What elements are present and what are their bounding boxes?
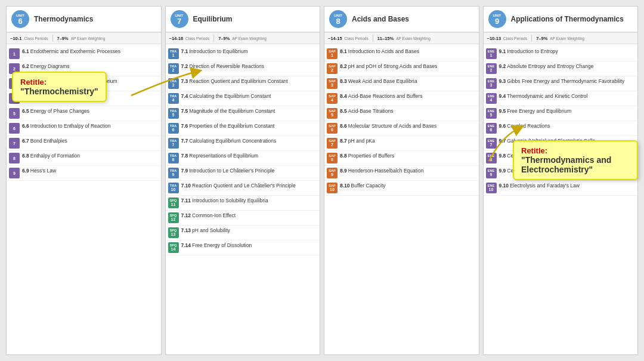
table-row[interactable]: TRA57.5Magnitude of the Equilibrium Cons… bbox=[166, 106, 320, 121]
badge-num: 9 bbox=[490, 172, 493, 177]
table-row[interactable]: SAP48.4Acid-Base Reactions and Buffers bbox=[324, 91, 479, 106]
main-container: UNIT 6 Thermodynamics ~10-1 Class Period… bbox=[0, 0, 644, 361]
stats-bar-7: ~14-16 Class Periods 7–9% AP Exam Weight… bbox=[166, 33, 320, 44]
topic-text: 6.6Introduction to Enthalpy of Reaction bbox=[22, 123, 159, 129]
topic-text: 8.5Acid-Base Titrations bbox=[340, 108, 476, 115]
topic-badge-7-7: TRA8 bbox=[168, 153, 179, 163]
badge-num: 9 bbox=[331, 172, 333, 177]
table-row[interactable]: SPQ117.11Introduction to Solubility Equi… bbox=[166, 196, 320, 211]
badge-num: 5 bbox=[490, 113, 493, 117]
topic-badge-9-1: ENE2 bbox=[486, 63, 497, 74]
topic-text: 9.1Introduction to Entropy bbox=[499, 48, 636, 55]
table-row[interactable]: SPQ137.13pH and Solubility bbox=[166, 226, 320, 240]
topic-badge-7-10: SPQ11 bbox=[168, 198, 179, 208]
table-row[interactable]: SAP98.9Henderson-Hasselbalch Equation bbox=[324, 166, 479, 181]
topic-badge-8-7: SAP8 bbox=[327, 153, 338, 163]
topics-list-8: SAP18.1Introduction to Acids and BasesSA… bbox=[324, 44, 479, 354]
topics-list-9: ENE19.1Introduction to EntropyENE29.2Abs… bbox=[484, 44, 638, 354]
topic-badge-8-3: SAP4 bbox=[327, 93, 338, 104]
badge-num: 14 bbox=[171, 247, 176, 251]
table-row[interactable]: 66.6Introduction to Enthalpy of Reaction bbox=[7, 121, 161, 136]
table-row[interactable]: SAP18.1Introduction to Acids and Bases bbox=[324, 47, 479, 61]
stats-bar-9: ~10-13 Class Periods 7–9% AP Exam Weight… bbox=[484, 33, 638, 44]
table-row[interactable]: TRA77.7Calculating Equilibrium Concentra… bbox=[166, 136, 320, 151]
topic-num: 6.5 bbox=[22, 108, 29, 114]
topic-num: 6.9 bbox=[22, 168, 29, 174]
topic-badge-8-8: SAP9 bbox=[327, 168, 338, 178]
topic-text: 7.11Introduction to Solubility Equilibri… bbox=[181, 198, 318, 204]
table-row[interactable]: SAP28.2pH and pOH of Strong Acids and Ba… bbox=[324, 61, 479, 76]
topic-num: 9.9 bbox=[499, 168, 506, 174]
topic-text: 9.3Gibbs Free Energy and Thermodynamic F… bbox=[499, 78, 636, 85]
topic-text: 8.3Weak Acid and Base Equilibria bbox=[340, 78, 476, 85]
table-row[interactable]: 76.7Bond Enthalpies bbox=[7, 136, 161, 151]
topic-text: 7.1Introduction to Equilibrium bbox=[181, 48, 318, 55]
table-row[interactable]: TRA97.9Introduction to Le Châtelier's Pr… bbox=[166, 166, 320, 181]
unit-header-9: UNIT 9 Applications of Thermodynamics bbox=[484, 7, 638, 33]
badge-num: 12 bbox=[171, 217, 176, 221]
topic-badge-7-4: TRA5 bbox=[168, 108, 179, 119]
topic-num: 7.5 bbox=[181, 108, 188, 114]
unit-column-6: UNIT 6 Thermodynamics ~10-1 Class Period… bbox=[6, 6, 162, 355]
arrow-electrochemistry bbox=[405, 119, 525, 167]
table-row[interactable]: TRA67.6Properties of the Equilibrium Con… bbox=[166, 121, 320, 136]
topic-text: 7.8Representations of Equilibrium bbox=[181, 153, 318, 159]
stats-bar-8: ~14-15 Class Periods 11–15% AP Exam Weig… bbox=[324, 33, 479, 44]
topic-num: 7.7 bbox=[181, 138, 188, 144]
badge-num: 5 bbox=[172, 113, 175, 117]
table-row[interactable]: 56.5Energy of Phase Changes bbox=[7, 106, 161, 121]
topic-text: 6.7Bond Enthalpies bbox=[22, 138, 159, 144]
stats-divider-7 bbox=[213, 35, 214, 42]
topic-badge-6-4: 5 bbox=[9, 108, 20, 119]
badge-num: 6 bbox=[13, 126, 16, 131]
topic-badge-7-11: SPQ12 bbox=[168, 212, 179, 223]
unit-num-7: 7 bbox=[177, 17, 181, 25]
topic-text: 6.1Endothermic and Exothermic Processes bbox=[22, 48, 159, 55]
badge-num: 3 bbox=[331, 83, 333, 87]
retitle-label-1: Retitle: bbox=[20, 78, 98, 87]
topic-num: 8.5 bbox=[340, 108, 347, 114]
table-row[interactable]: ENE49.4Thermodynamic and Kinetic Control bbox=[484, 91, 638, 106]
table-row[interactable]: TRA87.8Representations of Equilibrium bbox=[166, 151, 320, 166]
topic-badge-9-2: ENE3 bbox=[486, 78, 497, 89]
stat-exam-label-6: AP Exam Weighting bbox=[71, 36, 106, 41]
topic-text: 8.9Henderson-Hasselbalch Equation bbox=[340, 168, 476, 174]
table-row[interactable]: ENE39.3Gibbs Free Energy and Thermodynam… bbox=[484, 76, 638, 91]
table-row[interactable]: ENE19.1Introduction to Entropy bbox=[484, 47, 638, 61]
table-row[interactable]: SPQ127.12Common-Ion Effect bbox=[166, 211, 320, 226]
topic-num: 7.13 bbox=[181, 227, 191, 233]
topic-text: 7.9Introduction to Le Châtelier's Princi… bbox=[181, 168, 318, 174]
unit-header-8: UNIT 8 Acids and Bases bbox=[324, 7, 479, 33]
table-row[interactable]: ENE29.2Absolute Entropy and Entropy Chan… bbox=[484, 61, 638, 76]
table-row[interactable]: 96.9Hess's Law bbox=[7, 166, 161, 181]
topic-text: 6.8Enthalpy of Formation bbox=[22, 153, 159, 159]
table-row[interactable]: ENE109.10Electrolysis and Faraday's Law bbox=[484, 181, 638, 196]
topic-text: 6.5Energy of Phase Changes bbox=[22, 108, 159, 115]
topic-num: 8.6 bbox=[340, 123, 347, 129]
table-row[interactable]: SAP108.10Buffer Capacity bbox=[324, 181, 479, 196]
badge-num: 5 bbox=[331, 113, 333, 117]
topic-text: 7.5Magnitude of the Equilibrium Constant bbox=[181, 108, 318, 115]
topic-badge-6-7: 8 bbox=[9, 153, 20, 163]
topic-num: 7.14 bbox=[181, 242, 191, 248]
topic-num: 8.10 bbox=[340, 183, 350, 189]
stat-exam-label-7: AP Exam Weighting bbox=[232, 36, 267, 41]
topic-badge-8-2: SAP3 bbox=[327, 78, 338, 89]
topic-badge-8-0: SAP1 bbox=[327, 48, 338, 59]
table-row[interactable]: 86.8Enthalpy of Formation bbox=[7, 151, 161, 166]
table-row[interactable]: SPQ147.14Free Energy of Dissolution bbox=[166, 240, 320, 255]
stat-periods-label-7: Class Periods bbox=[185, 36, 209, 41]
badge-num: 1 bbox=[331, 53, 333, 57]
unit-column-7: UNIT 7 Equilibrium ~14-16 Class Periods … bbox=[165, 6, 321, 355]
topic-text: 7.10Reaction Quotient and Le Châtelier's… bbox=[181, 183, 318, 189]
topic-num: 9.5 bbox=[499, 108, 506, 114]
stat-periods-label-6: Class Periods bbox=[24, 36, 48, 41]
badge-num: 8 bbox=[172, 158, 175, 162]
topic-text: 9.5Free Energy and Equilibrium bbox=[499, 108, 636, 115]
table-row[interactable]: SAP38.3Weak Acid and Base Equilibria bbox=[324, 76, 479, 91]
topic-text: 8.1Introduction to Acids and Bases bbox=[340, 48, 476, 55]
stats-divider-6 bbox=[52, 35, 53, 42]
table-row[interactable]: TRA107.10Reaction Quotient and Le Châtel… bbox=[166, 181, 320, 196]
topic-text: 9.2Absolute Entropy and Entropy Change bbox=[499, 63, 636, 70]
badge-num: 4 bbox=[490, 98, 493, 102]
